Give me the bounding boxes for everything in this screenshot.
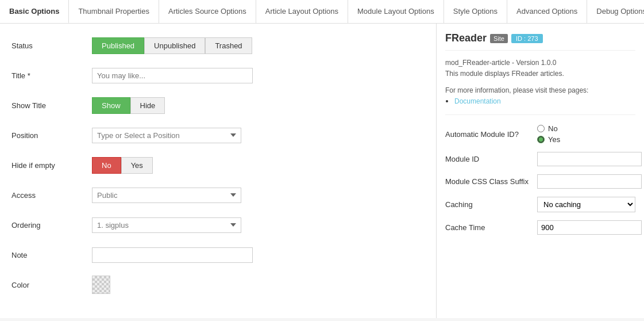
caching-select[interactable]: No caching xyxy=(537,197,635,212)
tab-style-options[interactable]: Style Options xyxy=(444,0,507,23)
note-control xyxy=(92,247,425,263)
right-panel: FReader Site ID : 273 mod_FReader-articl… xyxy=(437,24,644,318)
documentation-link[interactable]: Documentation xyxy=(454,97,501,105)
position-control: Type or Select a Position xyxy=(92,128,425,143)
module-description: mod_FReader-article - Version 1.0.0 This… xyxy=(445,58,635,79)
tab-module-layout-options[interactable]: Module Layout Options xyxy=(348,0,444,23)
tabs-bar: Basic Options Thumbnail Properties Artic… xyxy=(0,0,644,24)
hide-btn[interactable]: Hide xyxy=(130,97,165,114)
access-label: Access xyxy=(11,191,92,200)
radio-no-label: No xyxy=(548,124,558,133)
right-header: FReader Site ID : 273 xyxy=(445,32,635,51)
tab-basic-options[interactable]: Basic Options xyxy=(0,0,69,24)
module-name: FReader xyxy=(445,32,487,44)
module-version: mod_FReader-article - Version 1.0.0 xyxy=(445,58,635,68)
note-label: Note xyxy=(11,251,92,259)
hide-if-empty-controls: No Yes xyxy=(92,157,425,174)
tab-advanced-options[interactable]: Advanced Options xyxy=(507,0,587,23)
module-id-label: Module ID xyxy=(445,155,537,163)
module-css-row: Module CSS Class Suffix xyxy=(445,174,635,189)
position-select[interactable]: Type or Select a Position xyxy=(92,128,241,143)
color-control xyxy=(92,276,425,294)
access-control: Public xyxy=(92,188,425,203)
status-label: Status xyxy=(11,41,92,50)
module-css-label: Module CSS Class Suffix xyxy=(445,177,537,186)
position-label: Position xyxy=(11,131,92,140)
id-badge: ID : 273 xyxy=(511,34,543,43)
radio-yes-option[interactable]: Yes xyxy=(537,135,560,144)
status-trashed-btn[interactable]: Trashed xyxy=(205,37,252,54)
site-badge: Site xyxy=(490,34,508,43)
caching-row: Caching No caching xyxy=(445,197,635,212)
status-published-btn[interactable]: Published xyxy=(92,37,144,54)
tab-thumbnail-properties[interactable]: Thumbnail Properties xyxy=(69,0,159,23)
note-input[interactable] xyxy=(92,247,253,263)
radio-no-input[interactable] xyxy=(537,125,545,132)
color-swatch[interactable] xyxy=(92,276,110,294)
access-select[interactable]: Public xyxy=(92,188,241,203)
status-controls: Published Unpublished Trashed xyxy=(92,37,425,54)
ordering-row: Ordering 1. sigplus xyxy=(11,215,425,235)
auto-module-id-controls: No Yes xyxy=(537,124,560,144)
no-yes-btn-group: No Yes xyxy=(92,157,425,174)
tab-articles-source-options[interactable]: Articles Source Options xyxy=(159,0,256,23)
left-panel: Status Published Unpublished Trashed Tit… xyxy=(0,24,437,318)
status-unpublished-btn[interactable]: Unpublished xyxy=(144,37,205,54)
tab-article-layout-options[interactable]: Article Layout Options xyxy=(256,0,348,23)
color-label: Color xyxy=(11,281,92,289)
auto-module-id-label: Automatic Module ID? xyxy=(445,130,537,139)
tab-debug-options[interactable]: Debug Options xyxy=(587,0,644,23)
hide-if-empty-label: Hide if empty xyxy=(11,161,92,170)
ordering-label: Ordering xyxy=(11,221,92,230)
title-label: Title * xyxy=(11,71,92,80)
note-row: Note xyxy=(11,244,425,265)
title-row: Title * xyxy=(11,65,425,86)
yes-btn[interactable]: Yes xyxy=(121,157,153,174)
radio-no-option[interactable]: No xyxy=(537,124,560,133)
ordering-control: 1. sigplus xyxy=(92,217,425,233)
module-id-input[interactable] xyxy=(537,152,642,166)
status-btn-group: Published Unpublished Trashed xyxy=(92,37,425,54)
show-title-label: Show Title xyxy=(11,101,92,110)
hide-if-empty-row: Hide if empty No Yes xyxy=(11,155,425,175)
position-row: Position Type or Select a Position xyxy=(11,125,425,146)
status-row: Status Published Unpublished Trashed xyxy=(11,35,425,56)
ordering-select[interactable]: 1. sigplus xyxy=(92,217,241,233)
section-divider xyxy=(445,114,635,115)
show-btn[interactable]: Show xyxy=(92,97,130,114)
title-input[interactable] xyxy=(92,68,253,83)
cache-time-row: Cache Time xyxy=(445,220,635,235)
auto-module-id-row: Automatic Module ID? No Yes xyxy=(445,124,635,144)
show-title-controls: Show Hide xyxy=(92,97,425,114)
more-info-text: For more information, please visit these… xyxy=(445,86,635,94)
title-control xyxy=(92,68,425,83)
radio-yes-input[interactable] xyxy=(537,136,545,143)
color-row: Color xyxy=(11,274,425,295)
cache-time-input[interactable] xyxy=(537,220,642,235)
access-row: Access Public xyxy=(11,185,425,205)
show-hide-btn-group: Show Hide xyxy=(92,97,425,114)
no-btn[interactable]: No xyxy=(92,157,121,174)
radio-yes-label: Yes xyxy=(548,135,560,144)
caching-label: Caching xyxy=(445,200,537,209)
module-id-row: Module ID xyxy=(445,152,635,166)
module-css-input[interactable] xyxy=(537,174,642,189)
cache-time-label: Cache Time xyxy=(445,223,537,232)
module-desc-text: This module displays FReader articles. xyxy=(445,68,635,79)
show-title-row: Show Title Show Hide xyxy=(11,95,425,116)
content-area: Status Published Unpublished Trashed Tit… xyxy=(0,24,644,318)
